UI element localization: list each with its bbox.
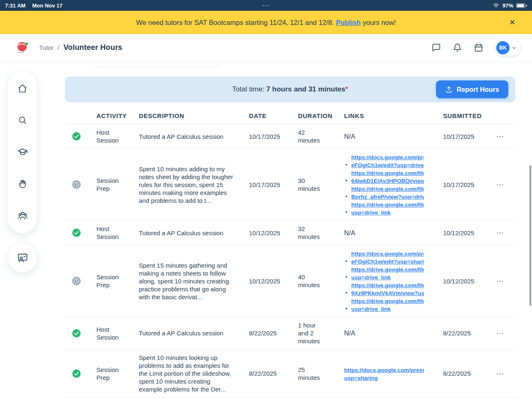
resource-link[interactable]: 64IwkD1ElAv3HPOBQi/view — [351, 178, 424, 184]
resource-link[interactable]: usp=sharing — [344, 375, 378, 381]
submitted-cell: 10/12/2025 — [424, 229, 474, 237]
breadcrumb-separator: / — [57, 44, 59, 51]
bullet: • — [345, 273, 347, 281]
links-cell: N/A — [329, 229, 424, 237]
activity-cell: Session Prep — [88, 366, 131, 382]
resource-link[interactable]: eFOglCh1w/edit?usp=sharin — [351, 259, 424, 265]
resource-link[interactable]: https://drive.google.com/file — [351, 202, 424, 208]
page-title: Volunteer Hours — [64, 43, 123, 52]
resource-link[interactable]: https://docs.google.com/pre — [351, 251, 424, 257]
promo-banner: We need tutors for SAT Bootcamps startin… — [0, 11, 532, 34]
submitted-cell: 10/17/2025 — [424, 133, 474, 140]
resource-link[interactable]: usp=drive_link — [351, 306, 391, 312]
profile-menu[interactable]: BK — [495, 40, 521, 56]
bullet: • — [345, 305, 347, 313]
avatar[interactable]: BK — [496, 41, 510, 54]
home-icon[interactable] — [17, 84, 27, 94]
table-row: Session Prep Spent 10 minutes adding to … — [65, 149, 515, 221]
courses-graduation-cap-icon[interactable] — [17, 147, 28, 157]
description-cell: Spent 10 minutes adding to my notes shee… — [131, 165, 241, 204]
table-row: Host Session Tutored a AP Calculus sessi… — [65, 317, 515, 350]
resource-link[interactable]: Bprhz_afreP/view?usp=driv — [351, 194, 424, 200]
community-icon[interactable] — [17, 210, 28, 221]
row-menu-button[interactable]: ••• — [495, 229, 506, 237]
wifi-icon — [493, 2, 500, 9]
resource-link[interactable]: eFOglCh1w/edit?usp=drive_ — [351, 162, 424, 168]
column-header-links: LINKS — [329, 112, 424, 120]
bullet: • — [345, 208, 347, 216]
check-status-icon — [72, 229, 81, 237]
row-menu-button[interactable]: ••• — [495, 132, 506, 140]
table-row: Session Prep Spent 15 minutes gathering … — [65, 245, 515, 317]
report-hours-label: Report Hours — [457, 86, 499, 93]
resource-link[interactable]: https://drive.google.com/file — [351, 170, 424, 176]
submitted-cell: 10/17/2025 — [424, 181, 474, 189]
bullet: • — [345, 257, 347, 265]
date-cell: 8/22/2025 — [241, 329, 288, 337]
submitted-cell: 10/12/2025 — [424, 277, 474, 285]
bullet: • — [345, 161, 347, 169]
bullet: • — [345, 289, 347, 297]
submitted-cell: 8/22/2025 — [424, 329, 474, 337]
check-status-icon — [72, 132, 81, 140]
status-date: Mon Nov 17 — [32, 2, 62, 9]
table-row: Session Prep Spent 10 minutes looking up… — [65, 350, 515, 398]
resource-link[interactable]: https://docs.google.com/prese — [344, 367, 424, 373]
volunteer-hand-icon[interactable] — [17, 179, 27, 189]
row-menu-button[interactable]: ••• — [495, 369, 506, 378]
notifications-icon[interactable] — [453, 43, 462, 52]
links-cell: https://docs.google.com/pre•eFOglCh1w/ed… — [329, 153, 424, 216]
search-icon[interactable] — [17, 115, 27, 125]
scrollbar[interactable] — [530, 165, 531, 306]
close-icon[interactable]: ✕ — [507, 17, 518, 28]
resource-link[interactable]: 9Xz9PKkmlVkAVm/view?us — [351, 290, 424, 296]
schoolhouse-logo[interactable] — [15, 40, 30, 55]
links-cell: N/A — [329, 133, 424, 140]
filter-input[interactable] — [95, 62, 220, 67]
messages-icon[interactable] — [431, 43, 441, 52]
resource-link[interactable]: https://drive.google.com/file — [351, 298, 424, 304]
column-header-description: DESCRIPTION — [131, 112, 241, 120]
column-header-date: DATE — [241, 112, 288, 120]
resource-link[interactable]: https://drive.google.com/file — [351, 282, 424, 288]
links-na: N/A — [344, 133, 355, 140]
submitted-cell: 8/22/2025 — [424, 369, 474, 377]
duration-cell: 32 minutes — [288, 225, 329, 241]
publish-link[interactable]: Publish — [336, 19, 361, 26]
promo-message-text: We need tutors for SAT Bootcamps startin… — [136, 19, 334, 26]
resource-link[interactable]: https://drive.google.com/file — [351, 266, 424, 273]
status-time: 7:31 AM — [5, 2, 25, 9]
resource-link[interactable]: usp=drive_link — [351, 274, 391, 281]
sidebar — [7, 71, 37, 234]
promo-message: We need tutors for SAT Bootcamps startin… — [136, 19, 396, 27]
resource-link[interactable]: https://drive.google.com/file — [351, 186, 424, 192]
report-hours-button[interactable]: Report Hours — [436, 81, 508, 99]
total-time-banner: Total time: 7 hours and 31 minutes* Repo… — [65, 76, 515, 102]
calendar-icon[interactable] — [474, 43, 483, 52]
sessions-icon[interactable] — [7, 243, 37, 273]
total-time-text: Total time: 7 hours and 31 minutes* — [232, 85, 348, 94]
links-cell: https://docs.google.com/pre•eFOglCh1w/ed… — [329, 249, 424, 313]
row-menu-button[interactable]: ••• — [495, 180, 506, 189]
resource-link[interactable]: usp=drive_link — [351, 209, 391, 216]
description-cell: Tutored a AP Calculus session — [131, 133, 241, 140]
resource-link[interactable]: https://docs.google.com/pre — [351, 154, 424, 160]
clock-status-icon — [72, 180, 81, 189]
row-menu-button[interactable]: ••• — [495, 329, 506, 337]
clock-status-icon — [72, 277, 81, 285]
check-status-icon — [72, 369, 81, 378]
description-cell: Spent 10 minutes looking up problems to … — [131, 354, 241, 393]
total-time-asterisk: * — [345, 85, 348, 93]
date-cell: 8/22/2025 — [241, 369, 288, 377]
header-actions: BK — [431, 40, 521, 56]
row-menu-button[interactable]: ••• — [495, 277, 506, 285]
check-status-icon — [72, 329, 81, 337]
battery-icon — [516, 3, 525, 8]
table-row: Host Session Tutored a AP Calculus sessi… — [65, 124, 515, 149]
date-cell: 10/17/2025 — [241, 181, 288, 189]
app-header: Tutor / Volunteer Hours BK — [0, 34, 532, 62]
column-header-duration: DURATION — [288, 112, 329, 120]
breadcrumb-tutor[interactable]: Tutor — [39, 44, 53, 51]
activity-cell: Session Prep — [88, 177, 131, 192]
description-cell: Tutored a AP Calculus session — [131, 229, 241, 237]
